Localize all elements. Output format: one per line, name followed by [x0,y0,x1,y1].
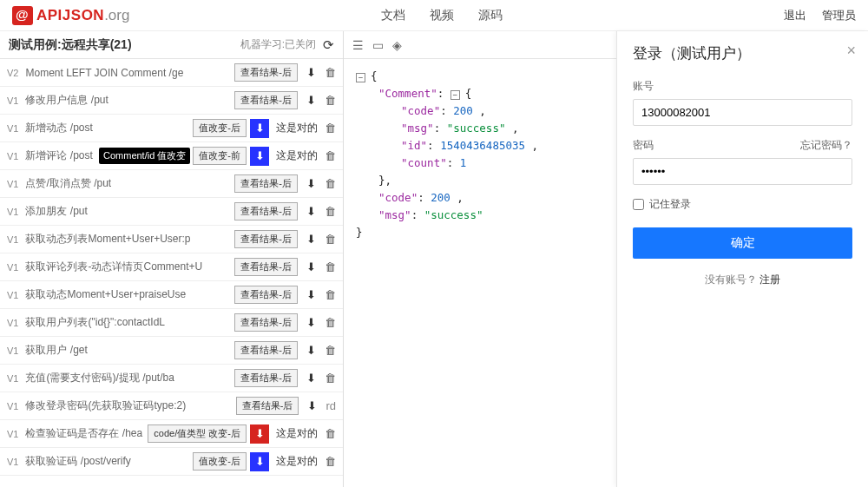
view-result-button[interactable]: 查看结果-后 [234,258,298,276]
table-row[interactable]: V1修改用户信息 /put查看结果-后⬇🗑 [0,87,343,115]
delete-icon[interactable]: 🗑 [325,122,336,135]
refresh-icon[interactable]: ⟳ [323,37,334,53]
ml-status-text: 机器学习:已关闭 [240,37,316,52]
delete-icon[interactable]: 🗑 [325,260,336,273]
view-result-button[interactable]: 查看结果-后 [234,91,298,109]
delete-icon[interactable]: 🗑 [325,66,336,79]
version-badge: V2 [7,68,18,78]
account-input[interactable] [633,99,852,126]
table-row[interactable]: V1获取动态Moment+User+praiseUse查看结果-后⬇🗑 [0,281,343,309]
table-row[interactable]: V1充值(需要支付密码)/提现 /put/ba查看结果-后⬇🗑 [0,365,343,392]
nav-videos[interactable]: 视频 [430,8,454,23]
app-header: APIJSON .org 文档 视频 源码 退出 管理员 [0,0,868,31]
testcase-name: 获取评论列表-动态详情页Comment+U [25,260,231,274]
admin-link[interactable]: 管理员 [822,8,856,23]
version-badge: V1 [7,290,18,300]
table-row[interactable]: V1获取用户 /get查看结果-后⬇🗑 [0,337,343,365]
register-prompt: 没有账号？ 注册 [633,273,852,287]
table-row[interactable]: V1获取评论列表-动态详情页Comment+U查看结果-后⬇🗑 [0,253,343,281]
table-row[interactable]: V1检查验证码是否存在 /heacode/值类型 改变-后⬇这是对的🗑 [0,420,343,448]
value-changed-after-button[interactable]: 值改变-后 [193,452,247,471]
table-row[interactable]: V1添加朋友 /put查看结果-后⬇🗑 [0,198,343,226]
login-panel: × 登录（测试用户） 账号 密码 忘记密码？ 记住登录 确定 没有账号？ 注册 [616,31,868,487]
register-link[interactable]: 注册 [760,273,780,286]
table-row[interactable]: V1获取动态列表Moment+User+User:p查看结果-后⬇🗑 [0,226,343,253]
delete-icon[interactable]: 🗑 [325,455,336,468]
delete-icon[interactable]: 🗑 [325,316,336,329]
view-result-button[interactable]: 查看结果-后 [234,230,298,248]
right-panel: ☰ ▭ ◈ − 测试账号 H −{ "Comment": −{ "code": … [344,31,868,487]
at-logo-icon [12,6,33,25]
download-icon[interactable]: ⬇ [250,119,269,138]
view-result-button[interactable]: 查看结果-后 [234,202,298,220]
download-icon[interactable]: ⬇ [306,177,316,190]
delete-icon[interactable]: 🗑 [325,177,336,190]
view-result-button[interactable]: 查看结果-后 [234,63,298,82]
nav-source[interactable]: 源码 [478,8,503,23]
confirm-button[interactable]: 确定 [633,227,852,259]
version-badge: V1 [7,207,18,217]
download-icon[interactable]: ⬇ [306,94,316,107]
view-result-button[interactable]: 查看结果-后 [236,397,299,415]
testcase-name: 点赞/取消点赞 /put [25,176,231,191]
account-label: 账号 [633,79,654,94]
download-icon[interactable]: ⬇ [306,372,316,385]
result-label: 这是对的 [276,426,318,441]
download-icon[interactable]: ⬇ [306,205,316,218]
view-result-button[interactable]: 查看结果-后 [234,174,298,193]
testcase-name: 获取动态列表Moment+User+User:p [25,232,231,247]
value-changed-after-button[interactable]: 值改变-后 [193,119,247,137]
rd-text: rd [326,399,336,412]
logout-link[interactable]: 退出 [784,8,806,23]
logo[interactable]: APIJSON .org [12,6,129,25]
testcase-title: 测试用例:远程共享(21) [9,37,132,53]
view-result-button[interactable]: 查看结果-后 [234,286,298,304]
close-icon[interactable]: × [846,42,856,60]
download-icon[interactable]: ⬇ [307,399,317,412]
table-row[interactable]: V1新增评论 /postComment/id 值改变值改变-前⬇这是对的🗑 [0,142,343,170]
table-row[interactable]: V1获取验证码 /post/verify值改变-后⬇这是对的🗑 [0,448,343,476]
collapse-toggle-icon[interactable]: − [450,90,460,100]
value-changed-before-button[interactable]: 值改变-前 [193,147,247,165]
collapse-toggle-icon[interactable]: − [356,73,365,82]
delete-icon[interactable]: 🗑 [325,344,336,357]
download-icon[interactable]: ⬇ [306,288,316,301]
code-type-changed-button[interactable]: code/值类型 改变-后 [148,424,247,443]
header-right: 退出 管理员 [784,8,856,23]
download-icon[interactable]: ⬇ [306,66,316,79]
table-row[interactable]: V1点赞/取消点赞 /put查看结果-后⬇🗑 [0,170,343,198]
delete-icon[interactable]: 🗑 [325,233,336,246]
table-row[interactable]: V1获取用户列表("id{}":contactIdL查看结果-后⬇🗑 [0,309,343,337]
version-badge: V1 [7,401,18,411]
password-input[interactable] [633,158,852,185]
version-badge: V1 [7,179,18,189]
table-row[interactable]: V1新增动态 /post值改变-后⬇这是对的🗑 [0,115,343,142]
view-result-button[interactable]: 查看结果-后 [234,369,298,387]
download-icon[interactable]: ⬇ [306,344,316,357]
forgot-password-link[interactable]: 忘记密码？ [800,138,852,153]
delete-icon[interactable]: 🗑 [325,288,336,301]
delete-icon[interactable]: 🗑 [325,149,336,162]
view-result-button[interactable]: 查看结果-后 [234,341,298,359]
delete-icon[interactable]: 🗑 [325,372,336,385]
save-icon[interactable]: ▭ [372,38,384,52]
download-icon[interactable]: ⬇ [250,424,269,444]
delete-icon[interactable]: 🗑 [325,94,336,107]
version-badge: V1 [7,429,18,439]
delete-icon[interactable]: 🗑 [325,427,336,440]
table-row[interactable]: V2Moment LEFT JOIN Comment /ge查看结果-后⬇🗑 [0,59,343,87]
download-icon[interactable]: ⬇ [306,260,316,273]
delete-icon[interactable]: 🗑 [325,205,336,218]
download-icon[interactable]: ⬇ [306,233,316,246]
view-result-button[interactable]: 查看结果-后 [234,313,298,332]
version-badge: V1 [7,373,18,384]
nav-docs[interactable]: 文档 [381,8,405,23]
download-icon[interactable]: ⬇ [306,316,316,329]
version-badge: V1 [7,457,18,467]
list-view-icon[interactable]: ☰ [352,38,364,52]
download-icon[interactable]: ⬇ [250,452,269,471]
table-row[interactable]: V1修改登录密码(先获取验证码type:2)查看结果-后⬇rd [0,392,343,420]
remember-checkbox[interactable] [633,199,644,210]
layers-icon[interactable]: ◈ [392,38,402,52]
download-icon[interactable]: ⬇ [250,147,269,166]
